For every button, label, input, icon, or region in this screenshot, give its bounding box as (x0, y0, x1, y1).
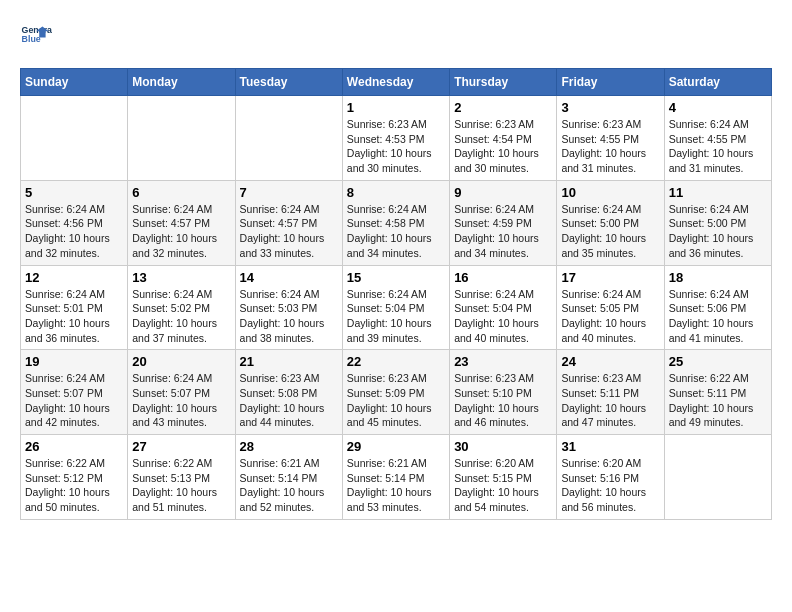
calendar-week-row: 12Sunrise: 6:24 AM Sunset: 5:01 PM Dayli… (21, 265, 772, 350)
day-info: Sunrise: 6:24 AM Sunset: 4:59 PM Dayligh… (454, 202, 552, 261)
calendar-week-row: 26Sunrise: 6:22 AM Sunset: 5:12 PM Dayli… (21, 435, 772, 520)
day-number: 19 (25, 354, 123, 369)
day-number: 25 (669, 354, 767, 369)
calendar-cell: 12Sunrise: 6:24 AM Sunset: 5:01 PM Dayli… (21, 265, 128, 350)
day-info: Sunrise: 6:21 AM Sunset: 5:14 PM Dayligh… (347, 456, 445, 515)
calendar-cell: 30Sunrise: 6:20 AM Sunset: 5:15 PM Dayli… (450, 435, 557, 520)
calendar-cell: 14Sunrise: 6:24 AM Sunset: 5:03 PM Dayli… (235, 265, 342, 350)
day-number: 16 (454, 270, 552, 285)
calendar-cell: 20Sunrise: 6:24 AM Sunset: 5:07 PM Dayli… (128, 350, 235, 435)
day-info: Sunrise: 6:24 AM Sunset: 5:07 PM Dayligh… (25, 371, 123, 430)
day-info: Sunrise: 6:23 AM Sunset: 4:53 PM Dayligh… (347, 117, 445, 176)
day-info: Sunrise: 6:23 AM Sunset: 5:10 PM Dayligh… (454, 371, 552, 430)
day-number: 6 (132, 185, 230, 200)
calendar-cell: 6Sunrise: 6:24 AM Sunset: 4:57 PM Daylig… (128, 180, 235, 265)
day-number: 26 (25, 439, 123, 454)
calendar-header-row: SundayMondayTuesdayWednesdayThursdayFrid… (21, 69, 772, 96)
day-info: Sunrise: 6:22 AM Sunset: 5:12 PM Dayligh… (25, 456, 123, 515)
calendar-cell: 10Sunrise: 6:24 AM Sunset: 5:00 PM Dayli… (557, 180, 664, 265)
day-header-wednesday: Wednesday (342, 69, 449, 96)
day-number: 17 (561, 270, 659, 285)
day-info: Sunrise: 6:24 AM Sunset: 5:00 PM Dayligh… (561, 202, 659, 261)
day-number: 3 (561, 100, 659, 115)
day-number: 12 (25, 270, 123, 285)
day-info: Sunrise: 6:20 AM Sunset: 5:16 PM Dayligh… (561, 456, 659, 515)
day-number: 7 (240, 185, 338, 200)
day-number: 30 (454, 439, 552, 454)
calendar-cell: 5Sunrise: 6:24 AM Sunset: 4:56 PM Daylig… (21, 180, 128, 265)
calendar-cell: 21Sunrise: 6:23 AM Sunset: 5:08 PM Dayli… (235, 350, 342, 435)
svg-text:General: General (22, 25, 52, 35)
calendar-cell: 24Sunrise: 6:23 AM Sunset: 5:11 PM Dayli… (557, 350, 664, 435)
calendar-cell: 17Sunrise: 6:24 AM Sunset: 5:05 PM Dayli… (557, 265, 664, 350)
logo: General Blue (20, 20, 56, 52)
calendar-cell: 4Sunrise: 6:24 AM Sunset: 4:55 PM Daylig… (664, 96, 771, 181)
day-number: 23 (454, 354, 552, 369)
day-number: 5 (25, 185, 123, 200)
day-info: Sunrise: 6:24 AM Sunset: 5:07 PM Dayligh… (132, 371, 230, 430)
calendar-cell: 27Sunrise: 6:22 AM Sunset: 5:13 PM Dayli… (128, 435, 235, 520)
day-header-thursday: Thursday (450, 69, 557, 96)
calendar-week-row: 5Sunrise: 6:24 AM Sunset: 4:56 PM Daylig… (21, 180, 772, 265)
day-info: Sunrise: 6:20 AM Sunset: 5:15 PM Dayligh… (454, 456, 552, 515)
day-info: Sunrise: 6:24 AM Sunset: 5:03 PM Dayligh… (240, 287, 338, 346)
calendar-cell: 28Sunrise: 6:21 AM Sunset: 5:14 PM Dayli… (235, 435, 342, 520)
page-header: General Blue (20, 20, 772, 52)
day-info: Sunrise: 6:24 AM Sunset: 4:55 PM Dayligh… (669, 117, 767, 176)
day-number: 11 (669, 185, 767, 200)
day-info: Sunrise: 6:24 AM Sunset: 5:05 PM Dayligh… (561, 287, 659, 346)
day-number: 21 (240, 354, 338, 369)
calendar-week-row: 1Sunrise: 6:23 AM Sunset: 4:53 PM Daylig… (21, 96, 772, 181)
day-info: Sunrise: 6:22 AM Sunset: 5:13 PM Dayligh… (132, 456, 230, 515)
day-header-monday: Monday (128, 69, 235, 96)
day-number: 22 (347, 354, 445, 369)
calendar-cell: 23Sunrise: 6:23 AM Sunset: 5:10 PM Dayli… (450, 350, 557, 435)
day-number: 15 (347, 270, 445, 285)
calendar-cell: 29Sunrise: 6:21 AM Sunset: 5:14 PM Dayli… (342, 435, 449, 520)
calendar-cell (21, 96, 128, 181)
day-info: Sunrise: 6:24 AM Sunset: 5:00 PM Dayligh… (669, 202, 767, 261)
calendar-cell: 1Sunrise: 6:23 AM Sunset: 4:53 PM Daylig… (342, 96, 449, 181)
day-info: Sunrise: 6:24 AM Sunset: 5:01 PM Dayligh… (25, 287, 123, 346)
calendar-cell: 11Sunrise: 6:24 AM Sunset: 5:00 PM Dayli… (664, 180, 771, 265)
day-number: 10 (561, 185, 659, 200)
calendar-cell: 31Sunrise: 6:20 AM Sunset: 5:16 PM Dayli… (557, 435, 664, 520)
day-number: 2 (454, 100, 552, 115)
day-info: Sunrise: 6:24 AM Sunset: 4:57 PM Dayligh… (240, 202, 338, 261)
day-info: Sunrise: 6:24 AM Sunset: 4:56 PM Dayligh… (25, 202, 123, 261)
calendar-cell: 15Sunrise: 6:24 AM Sunset: 5:04 PM Dayli… (342, 265, 449, 350)
calendar-cell: 9Sunrise: 6:24 AM Sunset: 4:59 PM Daylig… (450, 180, 557, 265)
day-info: Sunrise: 6:23 AM Sunset: 5:11 PM Dayligh… (561, 371, 659, 430)
calendar-cell: 2Sunrise: 6:23 AM Sunset: 4:54 PM Daylig… (450, 96, 557, 181)
day-number: 18 (669, 270, 767, 285)
day-info: Sunrise: 6:24 AM Sunset: 4:57 PM Dayligh… (132, 202, 230, 261)
day-number: 20 (132, 354, 230, 369)
calendar-cell (128, 96, 235, 181)
day-info: Sunrise: 6:23 AM Sunset: 4:55 PM Dayligh… (561, 117, 659, 176)
calendar-cell: 18Sunrise: 6:24 AM Sunset: 5:06 PM Dayli… (664, 265, 771, 350)
logo-icon: General Blue (20, 20, 52, 52)
calendar-table: SundayMondayTuesdayWednesdayThursdayFrid… (20, 68, 772, 520)
day-info: Sunrise: 6:23 AM Sunset: 4:54 PM Dayligh… (454, 117, 552, 176)
calendar-cell: 3Sunrise: 6:23 AM Sunset: 4:55 PM Daylig… (557, 96, 664, 181)
day-info: Sunrise: 6:24 AM Sunset: 5:02 PM Dayligh… (132, 287, 230, 346)
calendar-cell: 16Sunrise: 6:24 AM Sunset: 5:04 PM Dayli… (450, 265, 557, 350)
day-number: 29 (347, 439, 445, 454)
calendar-cell: 26Sunrise: 6:22 AM Sunset: 5:12 PM Dayli… (21, 435, 128, 520)
day-number: 4 (669, 100, 767, 115)
day-info: Sunrise: 6:24 AM Sunset: 5:04 PM Dayligh… (347, 287, 445, 346)
calendar-cell: 19Sunrise: 6:24 AM Sunset: 5:07 PM Dayli… (21, 350, 128, 435)
day-info: Sunrise: 6:24 AM Sunset: 5:04 PM Dayligh… (454, 287, 552, 346)
day-number: 28 (240, 439, 338, 454)
day-number: 24 (561, 354, 659, 369)
day-info: Sunrise: 6:23 AM Sunset: 5:08 PM Dayligh… (240, 371, 338, 430)
day-number: 1 (347, 100, 445, 115)
calendar-cell: 8Sunrise: 6:24 AM Sunset: 4:58 PM Daylig… (342, 180, 449, 265)
calendar-cell: 13Sunrise: 6:24 AM Sunset: 5:02 PM Dayli… (128, 265, 235, 350)
day-number: 27 (132, 439, 230, 454)
calendar-cell: 7Sunrise: 6:24 AM Sunset: 4:57 PM Daylig… (235, 180, 342, 265)
day-header-saturday: Saturday (664, 69, 771, 96)
day-header-friday: Friday (557, 69, 664, 96)
day-number: 13 (132, 270, 230, 285)
day-number: 9 (454, 185, 552, 200)
